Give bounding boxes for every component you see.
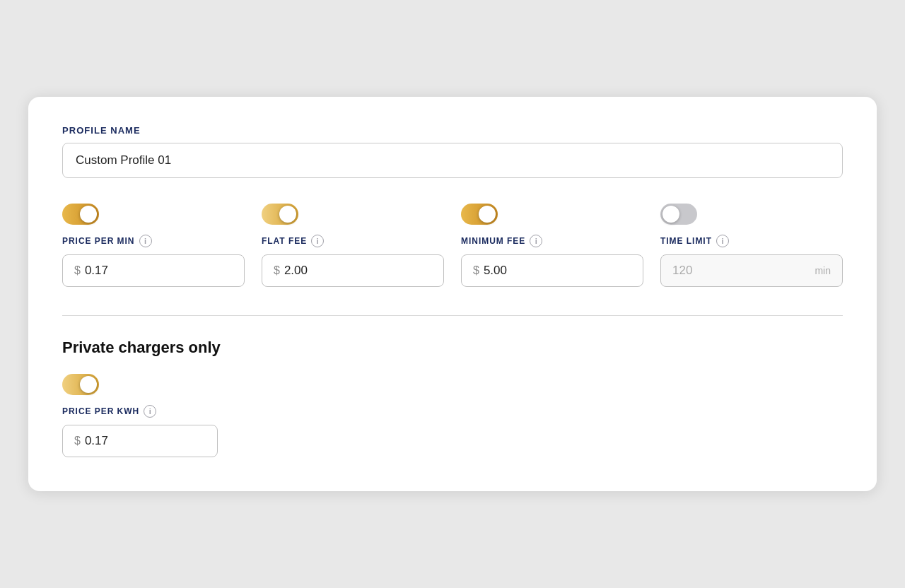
toggle-price-per-kwh[interactable]	[62, 374, 99, 395]
field-label-row-time-limit: TIME LIMITi	[660, 235, 843, 247]
fee-input-time-limit	[672, 264, 810, 278]
input-wrapper-price-per-min: $	[62, 254, 245, 287]
toggle-price-per-min[interactable]	[62, 204, 99, 225]
toggle-time-limit[interactable]	[660, 204, 697, 225]
private-fee-row: PRICE PER KWHi$	[62, 374, 843, 457]
input-wrapper-flat-fee: $	[262, 254, 444, 287]
info-icon-minimum-fee[interactable]: i	[530, 235, 542, 247]
profile-name-label: PROFILE NAME	[62, 125, 843, 136]
private-section: Private chargers only PRICE PER KWHi$	[62, 339, 843, 457]
field-label-price-per-min: PRICE PER MIN	[62, 236, 135, 246]
field-label-time-limit: TIME LIMIT	[660, 236, 712, 246]
info-icon-price-per-kwh[interactable]: i	[144, 405, 156, 418]
input-wrapper-time-limit: min	[660, 254, 843, 287]
field-label-price-per-kwh: PRICE PER KWH	[62, 406, 139, 416]
field-label-row-price-per-min: PRICE PER MINi	[62, 235, 245, 247]
fee-item-price-per-kwh: PRICE PER KWHi$	[62, 374, 218, 457]
currency-symbol-price-per-kwh: $	[74, 435, 81, 447]
info-icon-time-limit[interactable]: i	[716, 235, 729, 247]
info-icon-price-per-min[interactable]: i	[139, 235, 152, 247]
fee-input-price-per-min[interactable]	[85, 264, 233, 278]
profile-name-section: PROFILE NAME	[62, 125, 843, 178]
fee-item-time-limit: TIME LIMITimin	[660, 204, 843, 287]
fee-item-flat-fee: FLAT FEEi$	[262, 204, 444, 287]
field-label-row-flat-fee: FLAT FEEi	[262, 235, 444, 247]
input-wrapper-price-per-kwh: $	[62, 425, 218, 457]
field-label-row-price-per-kwh: PRICE PER KWHi	[62, 405, 218, 418]
fee-input-flat-fee[interactable]	[284, 264, 432, 278]
fee-item-price-per-min: PRICE PER MINi$	[62, 204, 245, 287]
toggle-wrapper-price-per-min	[62, 204, 245, 225]
fee-input-minimum-fee[interactable]	[484, 264, 631, 278]
section-divider	[62, 315, 843, 316]
toggle-wrapper-time-limit	[660, 204, 843, 225]
toggle-wrapper-price-per-kwh	[62, 374, 218, 395]
main-card: PROFILE NAME PRICE PER MINi$FLAT FEEi$MI…	[28, 97, 877, 491]
currency-symbol-minimum-fee: $	[473, 264, 479, 277]
currency-symbol-flat-fee: $	[274, 264, 280, 277]
toggle-minimum-fee[interactable]	[461, 204, 498, 225]
fee-item-minimum-fee: MINIMUM FEEi$	[461, 204, 643, 287]
info-icon-flat-fee[interactable]: i	[311, 235, 324, 247]
field-label-row-minimum-fee: MINIMUM FEEi	[461, 235, 643, 247]
toggle-flat-fee[interactable]	[262, 204, 298, 225]
profile-name-input[interactable]	[62, 143, 843, 178]
fee-fields-section: PRICE PER MINi$FLAT FEEi$MINIMUM FEEi$TI…	[62, 204, 843, 287]
input-wrapper-minimum-fee: $	[461, 254, 643, 287]
private-section-title: Private chargers only	[62, 339, 843, 357]
toggle-wrapper-flat-fee	[262, 204, 444, 225]
fee-input-price-per-kwh[interactable]	[85, 434, 206, 448]
unit-label-time-limit: min	[814, 265, 831, 276]
field-label-flat-fee: FLAT FEE	[262, 236, 307, 246]
currency-symbol-price-per-min: $	[74, 264, 81, 277]
field-label-minimum-fee: MINIMUM FEE	[461, 236, 525, 246]
toggle-wrapper-minimum-fee	[461, 204, 643, 225]
